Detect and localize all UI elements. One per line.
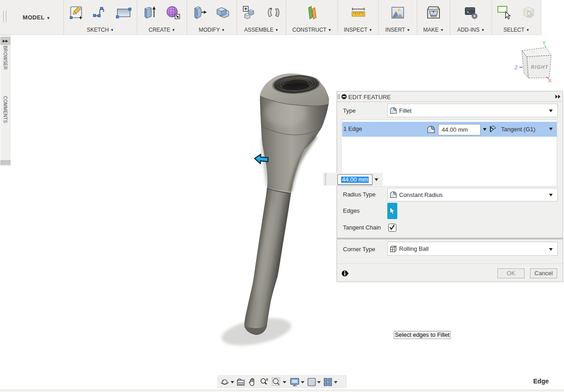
svg-text:Y: Y bbox=[542, 40, 546, 46]
svg-text:>_: >_ bbox=[467, 10, 471, 14]
svg-text:Z: Z bbox=[515, 65, 518, 70]
svg-text:±: ± bbox=[266, 378, 268, 382]
svg-text:⌂⌂: ⌂⌂ bbox=[531, 50, 535, 53]
svg-text:RIGHT: RIGHT bbox=[531, 64, 549, 70]
